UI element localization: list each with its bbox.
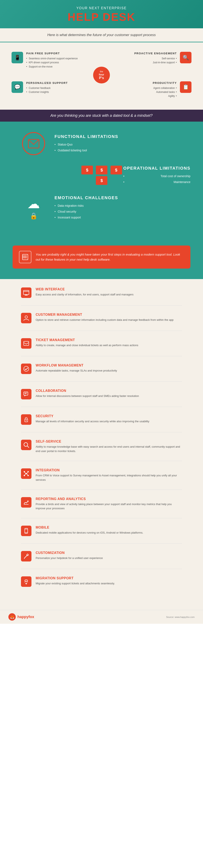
proactive-item-2: Just-in-time support xyxy=(134,61,177,65)
workflow-management-icon xyxy=(21,364,31,374)
pain-free-item-1: Seamless omni-channel support experience xyxy=(26,57,78,61)
feature-customer-management: Customer Management Option to store and … xyxy=(21,313,182,331)
personalized-content: PERSONALIZED SUPPORT Customer feedback C… xyxy=(26,81,68,94)
proactive-content: PROACTIVE ENGAGEMENT Self-service Just-i… xyxy=(134,52,177,65)
mobile-icon xyxy=(21,526,31,536)
four-ps-four: four xyxy=(99,73,104,76)
four-ps-center: the four P's xyxy=(93,67,110,84)
personalized-title: PERSONALIZED SUPPORT xyxy=(26,81,68,85)
svg-point-36 xyxy=(26,533,26,533)
feature-reporting: Reporting and Analytics Provide a birds … xyxy=(21,497,182,519)
ticket-management-desc: Ability to create, manage and close indi… xyxy=(36,343,138,348)
customer-management-title: Customer Management xyxy=(36,313,174,317)
ticket-management-title: Ticket management xyxy=(36,338,138,342)
svg-point-29 xyxy=(24,475,25,476)
feature-migration: Migration support Migrate your existing … xyxy=(21,576,182,594)
feature-integration: Integration From CRM to Voice support to… xyxy=(21,468,182,490)
challenge-operational: OPERATIONAL LIMITATIONS Total cost of ow… xyxy=(12,166,191,185)
svg-point-27 xyxy=(24,471,25,472)
ps-card-productivity: 📋 PRODUCTIVITY Agent collaboration Autom… xyxy=(104,78,195,101)
mobile-content: Mobile Dedicated mobile applications for… xyxy=(36,526,143,535)
web-interface-content: Web Interface Easy access and clarity of… xyxy=(36,287,134,297)
personalized-item-2: Customer insights xyxy=(26,90,68,94)
tagline-section: Here is what determines the future of yo… xyxy=(0,28,203,42)
feature-web-interface: Web Interface Easy access and clarity of… xyxy=(21,287,182,306)
footer-source: Source: www.happyfox.com xyxy=(166,616,195,618)
web-interface-title: Web Interface xyxy=(36,287,134,291)
pain-free-title: PAIN FREE SUPPORT xyxy=(26,52,78,55)
eval-section: You are probably right & you might have … xyxy=(0,241,203,279)
svg-rect-8 xyxy=(24,290,29,294)
migration-desc: Migrate your existing support tickets an… xyxy=(36,581,115,586)
cloud-lock-area: ☁ 🔒 xyxy=(27,196,40,219)
collaboration-icon xyxy=(21,389,31,399)
svg-point-15 xyxy=(24,366,29,371)
productivity-list: Agent collaboration Automated tasks Agil… xyxy=(151,86,177,98)
pain-free-content: PAIN FREE SUPPORT Seamless omni-channel … xyxy=(26,52,78,69)
reporting-desc: Provide a birds and view of activity tak… xyxy=(36,502,182,511)
money-icons-grid: $ $ $ $ xyxy=(81,166,123,185)
emotional-item-2: Cloud security xyxy=(55,209,118,215)
operational-icon-area: $ $ $ $ xyxy=(81,166,123,185)
operational-list: Total cost of ownership Maintenance xyxy=(123,173,191,185)
personalized-icon: 💬 xyxy=(11,81,23,93)
mobile-title: Mobile xyxy=(36,526,143,529)
reporting-title: Reporting and Analytics xyxy=(36,497,182,501)
security-title: Security xyxy=(36,414,149,418)
feature-security: Security Manage all levels of informatio… xyxy=(21,414,182,432)
productivity-item-2: Automated tasks xyxy=(151,90,177,94)
header-subtitle: YOUR NEXT ENTERPRISE xyxy=(4,6,199,10)
feature-workflow-management: Workflow Management Automate repeatable … xyxy=(21,364,182,381)
operational-content: OPERATIONAL LIMITATIONS Total cost of ow… xyxy=(123,166,191,185)
pain-free-item-3: Support-on-the-move xyxy=(26,65,78,69)
four-ps-the: the xyxy=(100,70,103,73)
challenge-functional: FUNCTIONAL LIMITATIONS Status-Quo Outdat… xyxy=(12,132,191,155)
svg-line-22 xyxy=(27,446,29,447)
customer-management-icon xyxy=(21,313,31,323)
reporting-content: Reporting and Analytics Provide a birds … xyxy=(36,497,182,511)
migration-title: Migration support xyxy=(36,576,115,580)
customization-content: Customization Personalize your helpdesk … xyxy=(36,551,103,560)
migration-content: Migration support Migrate your existing … xyxy=(36,576,115,586)
lock-icon: 🔒 xyxy=(30,212,37,219)
features-section: Web Interface Easy access and clarity of… xyxy=(0,279,203,610)
money-icon-3: $ xyxy=(111,166,122,175)
emotional-content: EMOTIONAL CHALLENGES Data migration risk… xyxy=(55,195,118,220)
logo-fox-text: fox xyxy=(29,615,34,619)
productivity-content: PRODUCTIVITY Agent collaboration Automat… xyxy=(151,81,177,98)
emotional-list: Data migration risks Cloud security Ince… xyxy=(55,203,118,220)
integration-title: Integration xyxy=(36,468,182,472)
svg-point-30 xyxy=(27,475,29,476)
svg-point-7 xyxy=(23,258,24,258)
eval-text: You are probably right & you might have … xyxy=(36,252,184,262)
feature-ticket-management: Ticket management Ability to create, man… xyxy=(21,338,182,356)
workflow-management-desc: Automate repeatable tasks, manage SLAs a… xyxy=(36,369,117,373)
four-ps-section: the four P's 📱 PAIN FREE SUPPORT Seamles… xyxy=(0,42,203,110)
personalized-list: Customer feedback Customer insights xyxy=(26,86,68,94)
operational-item-2: Maintenance xyxy=(123,179,191,185)
integration-content: Integration From CRM to Voice support to… xyxy=(36,468,182,482)
emotional-item-3: Incessant support xyxy=(55,215,118,220)
svg-point-28 xyxy=(27,471,29,472)
functional-content: FUNCTIONAL LIMITATIONS Status-Quo Outdat… xyxy=(55,134,118,153)
functional-item-1: Status-Quo xyxy=(55,142,118,147)
customer-management-desc: Option to store and retrieve customer in… xyxy=(36,318,174,322)
logo-happy: happy xyxy=(18,615,29,619)
productivity-icon: 📋 xyxy=(180,81,192,93)
eval-box: You are probably right & you might have … xyxy=(12,246,191,269)
productivity-title: PRODUCTIVITY xyxy=(151,81,177,85)
collaboration-desc: Allow for internal discussions between s… xyxy=(36,394,139,398)
pain-free-item-2: KPI driven support process xyxy=(26,61,78,65)
functional-icon-area xyxy=(12,132,55,155)
productivity-item-1: Agent collaboration xyxy=(151,86,177,90)
svg-point-5 xyxy=(23,255,24,256)
workflow-management-title: Workflow Management xyxy=(36,364,117,367)
svg-point-21 xyxy=(24,443,28,446)
fox-icon: 🦊 xyxy=(8,613,16,621)
logo-text: happyfox xyxy=(18,615,34,619)
workflow-management-content: Workflow Management Automate repeatable … xyxy=(36,364,117,373)
challenges-section: FUNCTIONAL LIMITATIONS Status-Quo Outdat… xyxy=(0,122,203,241)
web-interface-desc: Easy access and clarity of information, … xyxy=(36,292,134,297)
self-service-desc: Ability to manage knowledge base with ea… xyxy=(36,445,182,454)
feature-self-service: Self-Service Ability to manage knowledge… xyxy=(21,440,182,461)
